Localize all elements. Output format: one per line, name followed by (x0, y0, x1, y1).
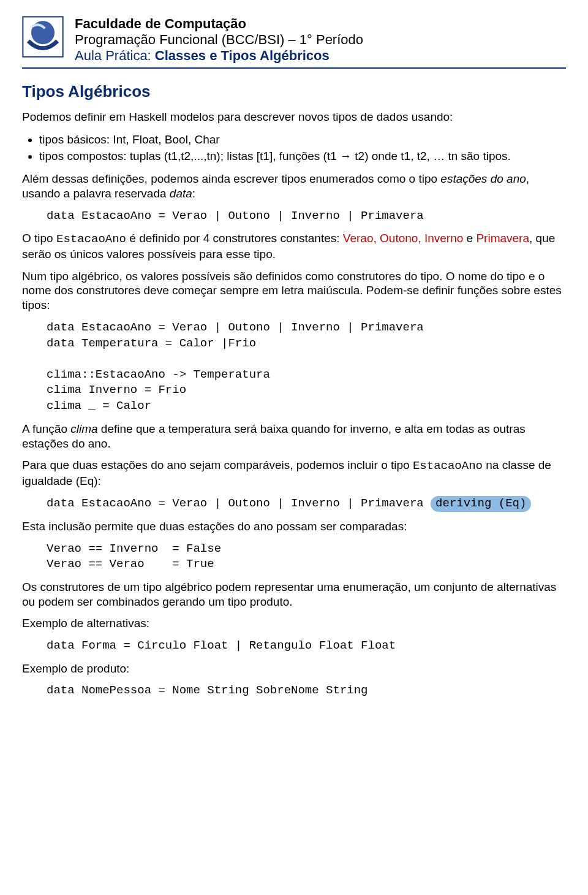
header-line-2: Programação Funcional (BCC/BSI) – 1° Per… (75, 32, 363, 48)
header-line-3: Aula Prática: Classes e Tipos Algébricos (75, 48, 363, 64)
code-block-deriving: data EstacaoAno = Verao | Outono | Inver… (47, 496, 566, 512)
text-run: A função (22, 422, 70, 435)
text-run: Além dessas definições, podemos ainda es… (22, 172, 440, 185)
code-block-forma: data Forma = Circulo Float | Retangulo F… (47, 638, 566, 654)
keyword-data: data (170, 187, 192, 200)
code-block-estacao: data EstacaoAno = Verao | Outono | Inver… (47, 208, 566, 224)
code-block-temperatura: data EstacaoAno = Verao | Outono | Inver… (47, 320, 566, 414)
text-run: define que a temperatura será baixa quan… (22, 422, 526, 450)
alternatives-label: Exemplo de alternativas: (22, 616, 566, 631)
text-run: : (192, 187, 195, 200)
basic-types-list: tipos básicos: Int, Float, Bool, Char ti… (39, 132, 566, 164)
document-header: Faculdade de Computação Programação Func… (22, 15, 566, 69)
note-paragraph: Num tipo algébrico, os valores possíveis… (22, 269, 566, 313)
code-block-compare: Verao == Inverno = False Verao == Verao … (47, 541, 566, 573)
university-logo-icon (22, 16, 64, 58)
italic-text: estações do ano (440, 172, 526, 185)
clima-paragraph: A função clima define que a temperatura … (22, 422, 566, 451)
constructors-paragraph: Os construtores de um tipo algébrico pod… (22, 580, 566, 609)
inclusion-paragraph: Esta inclusão permite que duas estações … (22, 519, 566, 534)
document-page: Faculdade de Computação Programação Func… (0, 0, 588, 723)
text-run: é definido por 4 construtores constantes… (126, 232, 343, 245)
code-text: data EstacaoAno = Verao | Outono | Inver… (47, 497, 431, 510)
constructor-primavera-red: Primavera (476, 232, 529, 245)
text-run: O tipo (22, 232, 56, 245)
definitions-paragraph: Além dessas definições, podemos ainda es… (22, 172, 566, 201)
header-line-3-prefix: Aula Prática: (75, 48, 151, 63)
constructor-list-red: Verao, Outono, Inverno (343, 232, 463, 245)
header-line-3-rest: Classes e Tipos Algébricos (151, 48, 330, 63)
eq-paragraph: Para que duas estações do ano sejam comp… (22, 458, 566, 489)
list-item: tipos compostos: tuplas (t1,t2,...,tn); … (39, 148, 566, 164)
header-text-block: Faculdade de Computação Programação Func… (75, 15, 363, 64)
list-item: tipos básicos: Int, Float, Bool, Char (39, 132, 566, 148)
header-line-1: Faculdade de Computação (75, 16, 363, 32)
text-run: Para que duas estações do ano sejam comp… (22, 459, 413, 471)
text-run: e (463, 232, 476, 245)
code-block-nomepessoa: data NomePessoa = Nome String SobreNome … (47, 683, 566, 699)
estacao-paragraph: O tipo EstacaoAno é definido por 4 const… (22, 231, 566, 262)
product-label: Exemplo de produto: (22, 661, 566, 676)
inline-code: EstacaoAno (56, 232, 126, 246)
section-title: Tipos Algébricos (22, 82, 566, 101)
intro-paragraph: Podemos definir em Haskell modelos para … (22, 110, 566, 124)
inline-code: EstacaoAno (413, 459, 483, 473)
highlight-deriving: deriving (Eq) (431, 496, 531, 512)
italic-clima: clima (70, 422, 97, 435)
